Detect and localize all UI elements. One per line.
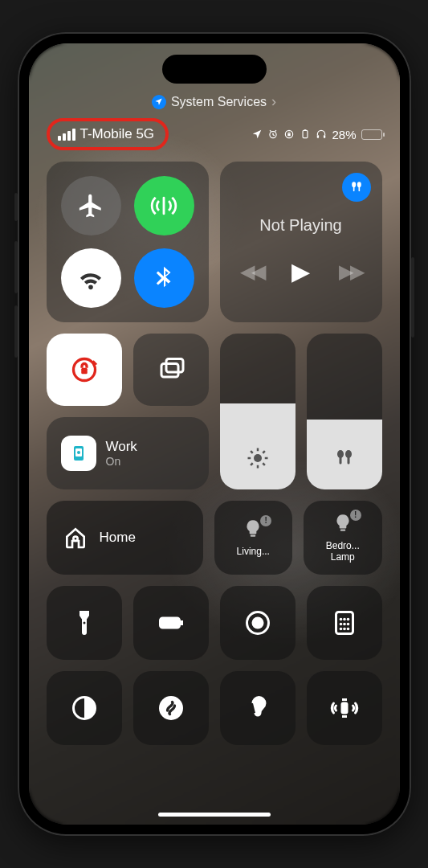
- volume-slider[interactable]: [307, 334, 382, 489]
- alarm-icon: [267, 129, 279, 140]
- now-playing-label: Not Playing: [236, 216, 366, 235]
- orientation-lock-button[interactable]: [47, 334, 122, 406]
- svg-point-18: [254, 454, 262, 462]
- dark-mode-button[interactable]: [47, 671, 122, 745]
- accessory-bedroom-label: Bedro...Lamp: [326, 540, 360, 563]
- home-accessory-living[interactable]: ! Living...: [214, 501, 293, 575]
- svg-rect-20: [339, 457, 341, 465]
- svg-point-30: [251, 617, 263, 629]
- low-power-mode-button[interactable]: [133, 586, 209, 660]
- battery-icon: [361, 129, 382, 140]
- focus-work-icon: [61, 436, 96, 471]
- svg-rect-25: [340, 529, 346, 530]
- connectivity-module[interactable]: [47, 162, 209, 322]
- svg-rect-13: [161, 364, 178, 378]
- focus-subtitle: On: [106, 455, 137, 468]
- svg-point-34: [346, 618, 349, 621]
- info-icon: !: [350, 510, 361, 521]
- play-button[interactable]: ▶: [291, 257, 310, 285]
- location-arrow-icon: [152, 95, 166, 109]
- home-button[interactable]: Home: [47, 501, 203, 575]
- phone-mute-switch: [14, 193, 18, 221]
- phone-side-button: [411, 257, 414, 338]
- battery-widget-icon: [300, 129, 311, 140]
- svg-rect-22: [347, 457, 349, 465]
- carrier-status-highlight: T-Mobile 5G: [47, 118, 169, 150]
- svg-rect-24: [251, 534, 256, 536]
- svg-rect-28: [162, 620, 167, 625]
- svg-point-26: [83, 622, 85, 624]
- airplane-mode-button[interactable]: [61, 176, 121, 235]
- home-icon: [63, 525, 88, 551]
- dynamic-island: [162, 55, 267, 84]
- svg-point-39: [343, 628, 346, 631]
- battery-percent-label: 28%: [332, 128, 356, 141]
- svg-point-23: [73, 537, 77, 541]
- svg-point-42: [159, 696, 183, 720]
- status-icons-right: 28%: [251, 128, 381, 141]
- brightness-icon: [246, 446, 270, 473]
- carrier-label: T-Mobile 5G: [80, 126, 155, 142]
- svg-point-37: [346, 623, 349, 626]
- svg-rect-5: [317, 135, 319, 138]
- phone-volume-down: [14, 305, 18, 358]
- shazam-button[interactable]: [133, 671, 209, 745]
- signal-bars-icon: [58, 129, 75, 141]
- svg-point-17: [77, 451, 80, 454]
- orientation-lock-icon: [283, 129, 295, 140]
- svg-point-36: [343, 623, 346, 626]
- svg-point-40: [346, 628, 349, 631]
- svg-rect-2: [288, 133, 291, 137]
- accessory-living-label: Living...: [237, 546, 270, 557]
- svg-rect-6: [324, 135, 325, 138]
- top-status-pill[interactable]: System Services ›: [47, 93, 382, 110]
- wifi-button[interactable]: [61, 248, 121, 308]
- phone-frame: System Services › T-Mobile 5G 28%: [18, 32, 411, 836]
- bluetooth-button[interactable]: [134, 248, 194, 308]
- system-services-label: System Services: [171, 95, 267, 109]
- forward-button[interactable]: ▶▶: [339, 260, 361, 283]
- svg-point-38: [339, 628, 342, 631]
- chevron-right-icon: ›: [271, 93, 276, 110]
- phone-volume-up: [14, 241, 18, 293]
- screen-record-button[interactable]: [220, 586, 296, 660]
- svg-rect-4: [304, 129, 306, 130]
- screen: System Services › T-Mobile 5G 28%: [29, 43, 400, 825]
- svg-rect-8: [353, 186, 354, 191]
- airpods-output-button[interactable]: [342, 173, 371, 202]
- screen-mirroring-button[interactable]: [133, 334, 209, 406]
- svg-point-33: [343, 618, 346, 621]
- cellular-data-button[interactable]: [134, 176, 194, 235]
- svg-rect-10: [358, 186, 360, 191]
- home-label: Home: [100, 530, 136, 546]
- svg-point-35: [339, 623, 342, 626]
- svg-point-32: [339, 618, 342, 621]
- ping-watch-button[interactable]: [307, 671, 382, 745]
- media-module[interactable]: Not Playing ◀◀ ▶ ▶▶: [220, 162, 382, 322]
- hearing-button[interactable]: [220, 671, 296, 745]
- info-icon: !: [260, 515, 271, 526]
- svg-rect-12: [81, 368, 88, 375]
- calculator-button[interactable]: [307, 586, 382, 660]
- airpods-volume-icon: [332, 446, 357, 473]
- focus-title: Work: [106, 439, 137, 455]
- svg-rect-3: [304, 130, 308, 137]
- brightness-slider[interactable]: [220, 334, 296, 489]
- flashlight-button[interactable]: [47, 586, 122, 660]
- home-accessory-bedroom[interactable]: ! Bedro...Lamp: [304, 501, 382, 575]
- svg-rect-14: [166, 359, 183, 373]
- rewind-button[interactable]: ◀◀: [240, 260, 263, 283]
- location-icon: [251, 129, 263, 140]
- svg-rect-43: [340, 702, 348, 714]
- focus-button[interactable]: Work On: [47, 417, 209, 489]
- headphones-icon: [316, 129, 327, 140]
